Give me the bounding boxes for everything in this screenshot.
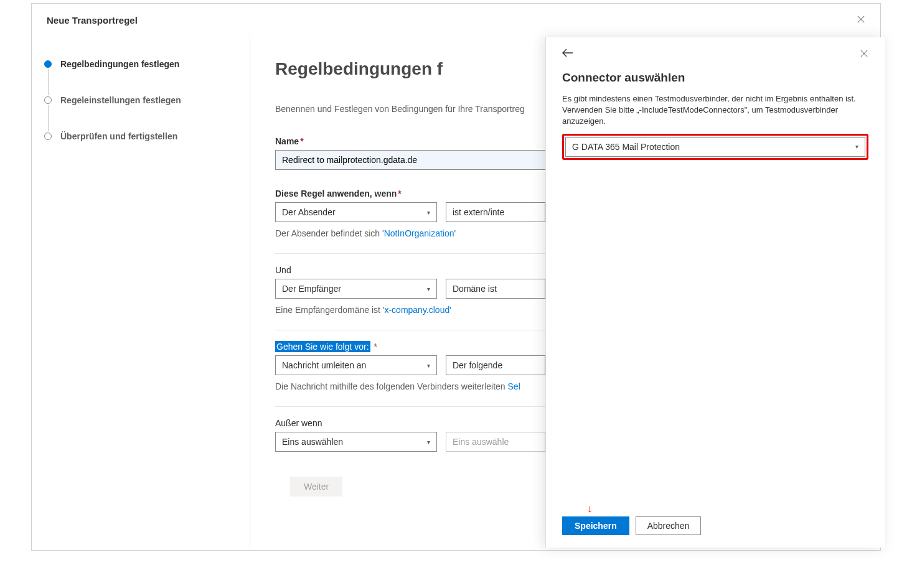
connector-select[interactable]: G DATA 365 Mail Protection ▾ xyxy=(565,137,865,157)
except-select[interactable]: Eins auswählen▾ xyxy=(275,432,437,452)
step-label: Regelbedingungen festlegen xyxy=(60,59,179,69)
sender-helper-link[interactable]: 'NotInOrganization' xyxy=(382,228,456,238)
recipient-condition-select[interactable]: Domäne ist xyxy=(446,279,545,299)
wizard-step-1[interactable]: Regelbedingungen festlegen xyxy=(44,59,237,69)
sender-select[interactable]: Der Absender▾ xyxy=(275,202,437,222)
annotation-arrow-icon: ↓ xyxy=(587,503,593,514)
step-connector xyxy=(48,105,49,131)
step-dot-icon xyxy=(44,133,52,140)
recipient-select[interactable]: Der Empfänger▾ xyxy=(275,279,437,299)
chevron-down-icon: ▾ xyxy=(855,143,858,150)
close-icon[interactable] xyxy=(860,49,868,60)
back-arrow-icon[interactable] xyxy=(562,49,573,60)
step-dot-icon xyxy=(44,60,52,68)
step-dot-icon xyxy=(44,96,52,104)
cancel-button[interactable]: Abbrechen xyxy=(636,516,702,535)
close-icon[interactable] xyxy=(857,15,865,26)
chevron-down-icon: ▾ xyxy=(427,362,430,369)
action-select[interactable]: Nachricht umleiten an▾ xyxy=(275,355,437,375)
highlighted-box: G DATA 365 Mail Protection ▾ xyxy=(562,134,868,160)
connector-panel: Connector auswählen Es gibt mindestens e… xyxy=(545,37,885,548)
header-bar: Neue Transportregel xyxy=(32,4,880,34)
wizard-sidebar: Regelbedingungen festlegen Regeleinstell… xyxy=(32,34,250,547)
next-button: Weiter xyxy=(290,477,342,497)
panel-title: Connector auswählen xyxy=(562,71,868,85)
action-target-select[interactable]: Der folgende xyxy=(446,355,545,375)
except-condition-select: Eins auswähle xyxy=(446,432,545,452)
step-label: Überprüfen und fertigstellen xyxy=(60,131,177,141)
dialog-title: Neue Transportregel xyxy=(47,15,138,26)
chevron-down-icon: ▾ xyxy=(427,209,430,216)
sender-condition-select[interactable]: ist extern/inte xyxy=(446,202,545,222)
save-button[interactable]: Speichern xyxy=(562,516,629,535)
panel-footer: ↓ Speichern Abbrechen xyxy=(562,516,868,535)
action-helper-link[interactable]: Sel xyxy=(508,381,520,391)
step-connector xyxy=(48,69,49,95)
wizard-step-3[interactable]: Überprüfen und fertigstellen xyxy=(44,131,237,141)
step-label: Regeleinstellungen festlegen xyxy=(60,95,181,105)
connector-selected-value: G DATA 365 Mail Protection xyxy=(572,142,680,152)
chevron-down-icon: ▾ xyxy=(427,439,430,446)
panel-description: Es gibt mindestens einen Testmodusverbin… xyxy=(562,93,868,128)
chevron-down-icon: ▾ xyxy=(427,286,430,292)
wizard-step-2[interactable]: Regeleinstellungen festlegen xyxy=(44,95,237,105)
recipient-helper-link[interactable]: 'x-company.cloud' xyxy=(383,305,451,315)
